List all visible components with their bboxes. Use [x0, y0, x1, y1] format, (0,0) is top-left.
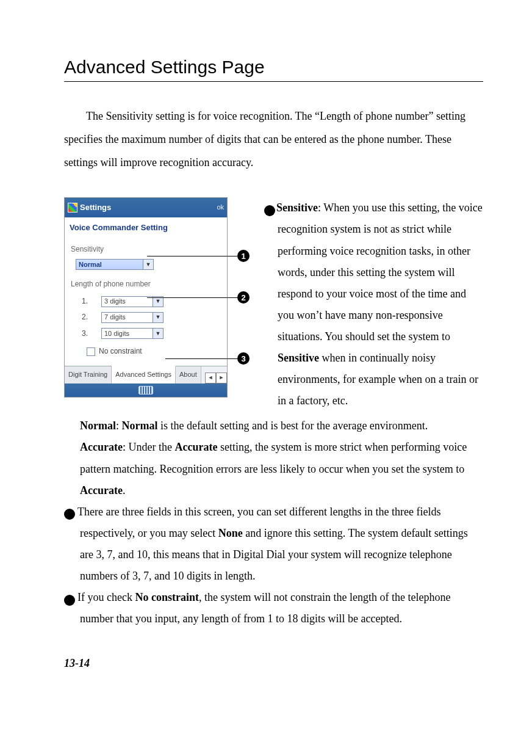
- tab-advanced-settings[interactable]: Advanced Settings: [112, 366, 176, 383]
- no-constraint-label: No constraint: [99, 344, 142, 358]
- length-2-dropdown[interactable]: 7 digits ▼: [101, 312, 164, 323]
- length-2-value: 7 digits: [104, 311, 126, 324]
- window-subtitle: Voice Commander Setting: [65, 217, 227, 239]
- callout-1-text: 1Sensitive: When you use this setting, t…: [259, 197, 483, 412]
- screenshot-figure: Settings ok Voice Commander Setting Sens…: [64, 197, 259, 397]
- length-row-2: 2. 7 digits ▼: [82, 310, 221, 324]
- callout-3-text: 3If you check No constraint, the system …: [80, 587, 483, 630]
- chevron-down-icon: ▼: [153, 313, 163, 322]
- callout-1: 1: [147, 250, 250, 262]
- callout-2-text: 2There are three fields in this screen, …: [80, 501, 483, 587]
- callout-2-badge: 2: [237, 291, 250, 303]
- callout-2-marker: 2: [64, 509, 75, 520]
- sensitivity-dropdown[interactable]: Normal ▼: [76, 259, 154, 270]
- page-title: Advanced Settings Page: [64, 55, 483, 82]
- titlebar-ok[interactable]: ok: [217, 201, 224, 214]
- accurate-paragraph: Accurate: Under the Accurate setting, th…: [80, 437, 483, 501]
- start-flag-icon: [68, 203, 77, 213]
- length-3-dropdown[interactable]: 10 digits ▼: [101, 328, 164, 339]
- intro-paragraph: The Sensitivity setting is for voice rec…: [64, 105, 483, 174]
- sensitivity-value: Normal: [79, 258, 102, 271]
- window-titlebar: Settings ok: [65, 198, 227, 217]
- titlebar-text: Settings: [80, 200, 111, 215]
- tab-about[interactable]: About: [176, 366, 201, 383]
- length-3-value: 10 digits: [104, 327, 129, 340]
- no-constraint-checkbox[interactable]: [87, 347, 95, 356]
- chevron-down-icon: ▼: [153, 329, 163, 338]
- page-number: 13-14: [64, 653, 483, 674]
- length-row-3-number: 3.: [82, 327, 90, 341]
- keyboard-icon[interactable]: [138, 386, 153, 394]
- tab-digit-training[interactable]: Digit Training: [65, 366, 112, 383]
- length-group-label: Length of phone number: [71, 277, 221, 291]
- length-row-1-number: 1.: [82, 294, 90, 308]
- tab-scroll-left-icon[interactable]: ◄: [205, 373, 216, 383]
- tab-bar: Digit Training Advanced Settings About ◄…: [65, 366, 227, 383]
- callout-3: 3: [165, 352, 250, 365]
- callout-1-badge: 1: [237, 250, 250, 262]
- length-row-2-number: 2.: [82, 310, 90, 324]
- callout-2: 2: [147, 291, 250, 303]
- callout-1-marker: 1: [264, 205, 275, 216]
- callout-3-marker: 3: [64, 595, 75, 606]
- sip-bar: [65, 383, 227, 397]
- tab-scroll-right-icon[interactable]: ►: [216, 373, 227, 383]
- normal-paragraph: Normal: Normal is the default setting an…: [80, 415, 483, 437]
- callout-3-badge: 3: [237, 352, 250, 365]
- length-row-3: 3. 10 digits ▼: [82, 327, 221, 341]
- length-1-value: 3 digits: [104, 295, 126, 308]
